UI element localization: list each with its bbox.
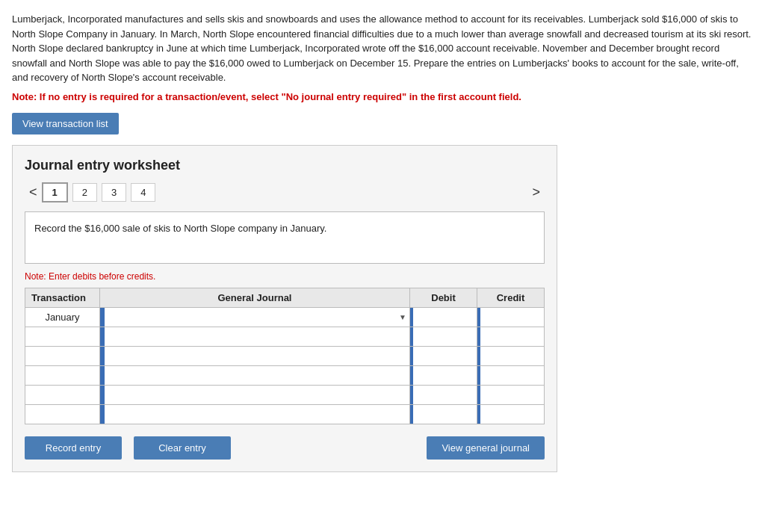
col-header-credit: Credit <box>477 288 545 307</box>
record-entry-button[interactable]: Record entry <box>25 436 122 460</box>
credit-cell-1[interactable] <box>477 327 545 346</box>
debit-cell-1[interactable] <box>410 327 477 346</box>
credit-input-1[interactable] <box>480 327 544 346</box>
debit-input-2[interactable] <box>413 347 477 365</box>
general-journal-cell-2[interactable] <box>100 346 410 365</box>
general-journal-cell-0[interactable]: ▼ <box>100 307 410 327</box>
general-journal-input-5[interactable] <box>105 407 409 421</box>
debit-cell-4[interactable] <box>410 385 477 404</box>
debit-input-0[interactable] <box>413 308 477 327</box>
note-red: Note: If no entry is required for a tran… <box>12 91 753 102</box>
credit-cell-0[interactable] <box>477 307 545 327</box>
clear-entry-button[interactable]: Clear entry <box>134 436 231 460</box>
credit-cell-4[interactable] <box>477 385 545 404</box>
bottom-buttons: Record entry Clear entry View general jo… <box>25 436 545 460</box>
general-journal-cell-1[interactable] <box>100 327 410 346</box>
debit-input-3[interactable] <box>413 366 477 385</box>
general-journal-cell-5[interactable] <box>100 404 410 424</box>
table-row <box>25 365 545 385</box>
tabs-row: < 1 2 3 4 > <box>25 182 545 202</box>
credit-cell-2[interactable] <box>477 346 545 365</box>
transaction-cell-1 <box>25 327 100 346</box>
debit-input-1[interactable] <box>413 327 477 346</box>
debit-input-4[interactable] <box>413 386 477 404</box>
credit-input-2[interactable] <box>480 347 544 365</box>
table-row <box>25 346 545 365</box>
table-row <box>25 385 545 404</box>
general-journal-input-1[interactable] <box>105 330 409 344</box>
col-header-debit: Debit <box>410 288 477 307</box>
table-row <box>25 404 545 424</box>
note-debits: Note: Enter debits before credits. <box>25 271 545 282</box>
instruction-box: Record the $16,000 sale of skis to North… <box>25 211 545 264</box>
debit-cell-3[interactable] <box>410 365 477 385</box>
col-header-general-journal: General Journal <box>100 288 410 307</box>
general-journal-input-4[interactable] <box>105 388 409 402</box>
credit-input-4[interactable] <box>480 386 544 404</box>
worksheet-container: Journal entry worksheet < 1 2 3 4 > Reco… <box>12 145 557 472</box>
general-journal-input-3[interactable] <box>105 368 409 383</box>
tab-4[interactable]: 4 <box>131 183 155 202</box>
credit-cell-3[interactable] <box>477 365 545 385</box>
credit-input-5[interactable] <box>480 405 544 424</box>
general-journal-cell-3[interactable] <box>100 365 410 385</box>
credit-input-3[interactable] <box>480 366 544 385</box>
transaction-cell-4 <box>25 385 100 404</box>
general-journal-input-2[interactable] <box>105 349 409 363</box>
view-general-journal-button[interactable]: View general journal <box>427 436 545 460</box>
table-row <box>25 327 545 346</box>
worksheet-title: Journal entry worksheet <box>25 158 545 173</box>
transaction-cell-0: January <box>25 307 100 327</box>
view-transaction-list-button[interactable]: View transaction list <box>12 113 119 134</box>
col-header-transaction: Transaction <box>25 288 100 307</box>
tab-next-button[interactable]: > <box>527 183 545 202</box>
debit-cell-2[interactable] <box>410 346 477 365</box>
debit-input-5[interactable] <box>413 405 477 424</box>
tab-2[interactable]: 2 <box>72 183 97 202</box>
transaction-cell-5 <box>25 404 100 424</box>
journal-table: Transaction General Journal Debit Credit… <box>25 288 545 424</box>
debit-cell-0[interactable] <box>410 307 477 327</box>
transaction-cell-2 <box>25 346 100 365</box>
instruction-text: Record the $16,000 sale of skis to North… <box>34 223 326 234</box>
credit-cell-5[interactable] <box>477 404 545 424</box>
transaction-cell-3 <box>25 365 100 385</box>
tab-3[interactable]: 3 <box>102 183 126 202</box>
credit-input-0[interactable] <box>480 308 544 327</box>
table-row: January▼ <box>25 307 545 327</box>
tab-prev-button[interactable]: < <box>25 183 42 202</box>
description-paragraph: Lumberjack, Incorporated manufactures an… <box>12 12 753 85</box>
general-journal-cell-4[interactable] <box>100 385 410 404</box>
debit-cell-5[interactable] <box>410 404 477 424</box>
tab-1[interactable]: 1 <box>42 182 68 202</box>
general-journal-input-0[interactable] <box>105 310 409 324</box>
